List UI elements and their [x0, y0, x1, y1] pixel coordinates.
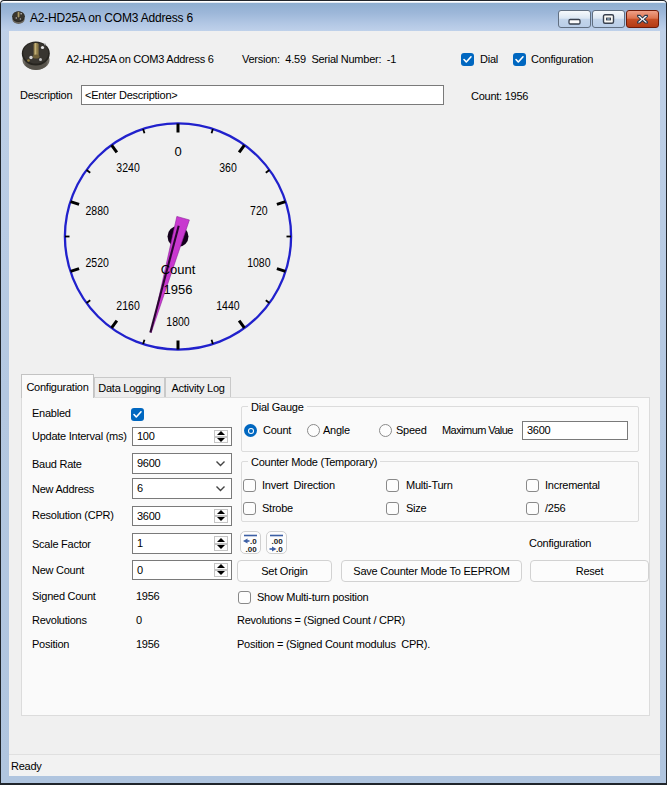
svg-text:1080: 1080: [247, 255, 270, 270]
svg-text:2880: 2880: [85, 203, 108, 218]
svg-text:1956: 1956: [164, 282, 193, 297]
svg-text:1440: 1440: [216, 298, 239, 313]
svg-text:2160: 2160: [116, 298, 139, 313]
svg-text:360: 360: [219, 160, 237, 175]
svg-text:1800: 1800: [166, 314, 189, 329]
svg-text:720: 720: [250, 203, 268, 218]
svg-text:0: 0: [174, 144, 181, 159]
svg-text:.0: .0: [276, 545, 283, 554]
svg-text:2520: 2520: [85, 255, 108, 270]
svg-text:Count: Count: [161, 262, 196, 277]
svg-text:.00: .00: [246, 545, 258, 554]
svg-text:3240: 3240: [116, 160, 139, 175]
